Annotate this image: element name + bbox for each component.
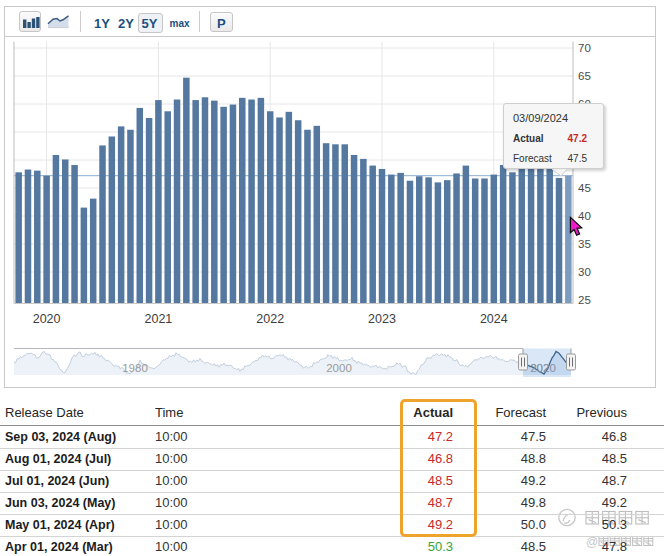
svg-text:2000: 2000 <box>326 362 352 374</box>
svg-text:2020: 2020 <box>33 312 61 326</box>
svg-text:40: 40 <box>578 210 591 222</box>
svg-text:70: 70 <box>578 42 591 54</box>
svg-text:2021: 2021 <box>144 312 172 326</box>
svg-text:1980: 1980 <box>122 362 148 374</box>
svg-text:65: 65 <box>578 70 591 82</box>
svg-text:45: 45 <box>578 182 591 194</box>
svg-text:2022: 2022 <box>256 312 284 326</box>
svg-text:2023: 2023 <box>368 312 396 326</box>
svg-text:30: 30 <box>578 266 591 278</box>
svg-text:25: 25 <box>578 294 591 306</box>
svg-text:35: 35 <box>578 238 591 250</box>
svg-text:2020: 2020 <box>530 362 556 374</box>
svg-text:2024: 2024 <box>480 312 508 326</box>
